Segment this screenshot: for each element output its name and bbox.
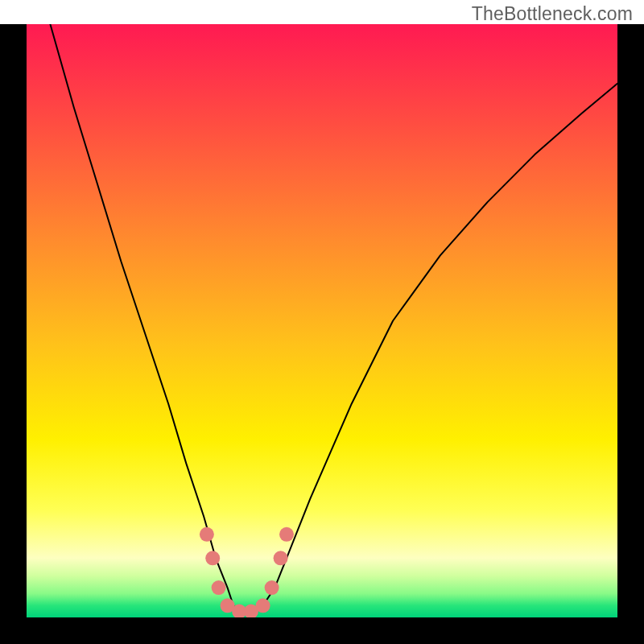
marker-dot: [212, 580, 226, 595]
curve-layer: [27, 24, 617, 617]
watermark-text: TheBottleneck.com: [472, 3, 633, 25]
plot-area: [27, 24, 617, 617]
marker-dot: [256, 598, 270, 613]
plot-frame: [0, 24, 644, 644]
marker-dot: [279, 527, 294, 542]
marker-dot: [205, 551, 220, 565]
bottleneck-curve: [50, 24, 617, 612]
marker-dot: [265, 580, 279, 595]
marker-dot: [200, 527, 214, 542]
marker-dot: [274, 551, 288, 565]
marker-group: [200, 527, 294, 617]
